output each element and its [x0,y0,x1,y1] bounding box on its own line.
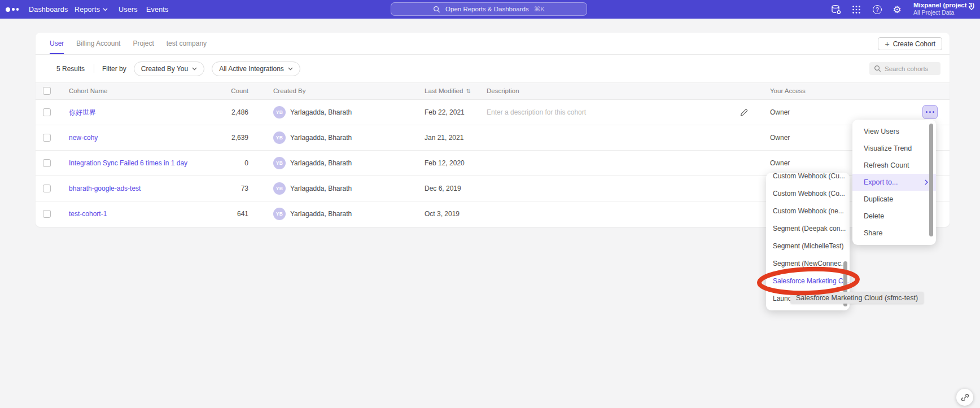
tab-user[interactable]: User [50,33,64,54]
dot [933,111,935,113]
cohort-name-link[interactable]: test-cohort-1 [69,201,107,226]
menu-item-label: Segment (MichelleTest) [773,242,843,250]
row-checkbox[interactable] [43,159,51,167]
menu-item-label: Duplicate [864,195,893,203]
cohorts-toolbar: 5 Results Filter by Created By You All A… [36,55,950,82]
search-icon [433,6,440,13]
project-selector[interactable]: Mixpanel (project 3) All Project Data [913,2,974,16]
cohort-name-link[interactable]: Integration Sync Failed 6 times in 1 day [69,151,187,176]
mixpanel-logo[interactable] [6,0,19,19]
export-to-submenu: Custom Webhook (Cu... Custom Webhook (Co… [766,173,850,310]
link-icon [961,393,969,402]
row-checkbox[interactable] [43,134,51,142]
menu-item-duplicate[interactable]: Duplicate [852,191,936,208]
tab-billing-account[interactable]: Billing Account [76,33,120,54]
menu-item-export-to[interactable]: Export to... [852,174,936,191]
header-label: Last Modified [425,87,463,94]
edit-description-pencil-icon[interactable] [740,100,749,125]
cohort-name-link[interactable]: 你好世界 [69,100,96,125]
tab-label: test company [167,40,207,47]
data-management-icon[interactable] [830,3,842,16]
cohort-count: 641 [192,201,248,226]
creator-name: Yarlagadda, Bharath [290,100,352,125]
nav-item-reports[interactable]: Reports [75,0,108,19]
project-chevron-down-icon[interactable] [969,7,974,11]
cohort-count: 0 [192,151,248,176]
tab-test-company[interactable]: test company [167,33,207,54]
integrations-filter[interactable]: All Active Integrations [212,62,300,76]
export-options-list: Custom Webhook (Cu... Custom Webhook (Co… [766,173,850,307]
menu-item-label: Refresh Count [864,161,909,169]
apps-grid-icon[interactable] [850,3,863,16]
chevron-down-icon [192,67,197,71]
last-modified-date: Jan 21, 2021 [425,125,463,150]
divider [94,64,94,73]
cohort-name-link[interactable]: bharath-google-ads-test [69,176,141,201]
row-actions-button[interactable] [922,105,938,119]
gear-icon: ⚙ [893,5,901,15]
search-cohorts-box[interactable] [869,62,940,75]
top-nav: Dashboards Reports Users Events Open Rep… [0,0,980,19]
export-option-custom-webhook-2[interactable]: Custom Webhook (Co... [766,185,850,202]
nav-item-label: Events [146,6,168,14]
menu-item-delete[interactable]: Delete [852,208,936,225]
settings-gear-icon[interactable]: ⚙ [891,3,903,16]
access-level: Owner [770,151,790,176]
share-link-button[interactable] [956,389,973,406]
cohort-name-link[interactable]: new-cohy [69,125,98,150]
tab-label: User [50,40,64,47]
menu-item-share[interactable]: Share [852,225,936,242]
grid-dots-icon [851,5,861,15]
menu-scrollbar-thumb[interactable] [929,124,933,236]
creator-name: Yarlagadda, Bharath [290,176,352,201]
tooltip-text: Salesforce Marketing Cloud (sfmc-test) [796,294,918,302]
export-option-custom-webhook-3[interactable]: Custom Webhook (ne... [766,202,850,220]
menu-item-visualize-trend[interactable]: Visualize Trend [852,140,936,157]
logo-dot [12,8,15,11]
select-all-checkbox[interactable] [43,87,51,95]
row-context-menu: View Users Visualize Trend Refresh Count… [852,120,936,245]
nav-item-label: Reports [75,6,100,14]
help-icon[interactable]: ? [871,3,883,16]
nav-item-label: Users [119,6,138,14]
question-mark-icon: ? [873,5,882,14]
create-cohort-button[interactable]: + Create Cohort [878,37,942,50]
last-modified-date: Oct 3, 2019 [425,201,460,226]
export-option-salesforce-marketing-cloud[interactable]: Salesforce Marketing C... [766,272,850,289]
menu-item-view-users[interactable]: View Users [852,123,936,140]
header-last-modified[interactable]: Last Modified ⇅ [425,83,471,99]
chevron-down-icon [288,67,293,71]
create-cohort-label: Create Cohort [893,40,935,48]
cohort-count: 73 [192,176,248,201]
menu-item-refresh-count[interactable]: Refresh Count [852,157,936,174]
cohort-type-tabs: User Billing Account Project test compan… [36,33,950,55]
nav-item-dashboards[interactable]: Dashboards [29,0,68,19]
search-cohorts-input[interactable] [885,65,935,72]
header-count: Count [192,83,248,99]
row-checkbox[interactable] [43,210,51,218]
row-checkbox[interactable] [43,108,51,116]
filter-label: Created By You [141,65,188,73]
nav-item-users[interactable]: Users [119,0,138,19]
menu-item-label: Segment (NewConnec... [773,260,847,267]
row-checkbox[interactable] [43,185,51,192]
results-count: 5 Results [56,65,85,73]
menu-item-label: Export to... [864,178,898,186]
header-cohort-name: Cohort Name [69,83,107,99]
avatar: YB [273,208,286,220]
export-option-segment-2[interactable]: Segment (MichelleTest) [766,237,850,255]
cohort-count: 2,639 [192,125,248,150]
export-option-segment-3[interactable]: Segment (NewConnec... [766,255,850,272]
created-by-filter[interactable]: Created By You [134,62,204,76]
table-row: 你好世界 2,486 YB Yarlagadda, Bharath Feb 22… [36,99,950,125]
header-your-access: Your Access [770,83,806,99]
description-field[interactable]: Enter a description for this cohort [487,100,729,125]
table-row: Integration Sync Failed 6 times in 1 day… [36,150,950,176]
export-option-segment-1[interactable]: Segment (Deepak con... [766,220,850,237]
tab-project[interactable]: Project [133,33,154,54]
export-option-custom-webhook-1[interactable]: Custom Webhook (Cu... [766,173,850,185]
nav-item-events[interactable]: Events [146,0,168,19]
global-search-bar[interactable]: Open Reports & Dashboards ⌘K [391,2,587,16]
menu-item-label: Visualize Trend [864,144,912,152]
header-description: Description [487,83,729,99]
